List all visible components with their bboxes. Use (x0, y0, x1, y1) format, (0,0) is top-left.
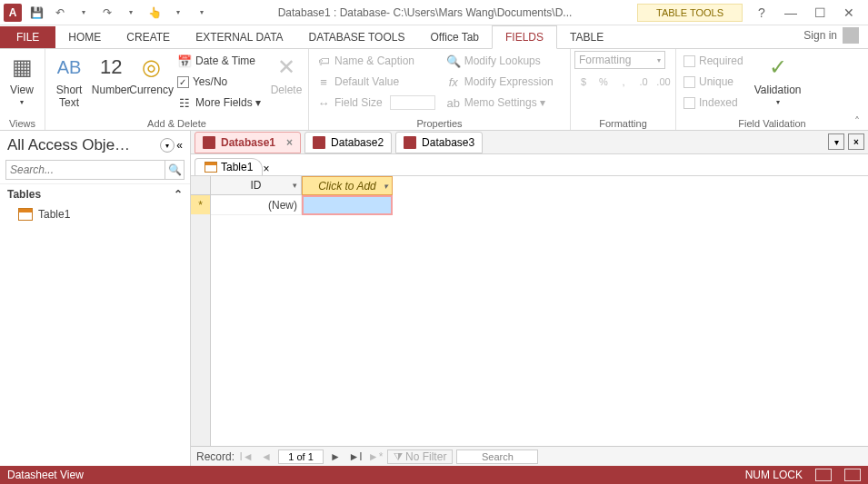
delete-label: Delete (271, 84, 303, 96)
validation-icon: ✓ (763, 53, 793, 82)
date-time-button[interactable]: 📅 Date & Time (174, 51, 264, 71)
last-record-button[interactable]: ►I (347, 449, 364, 464)
record-search-input[interactable] (456, 449, 538, 464)
minimize-button[interactable]: — (779, 4, 803, 22)
record-position-input[interactable] (278, 449, 324, 464)
nav-collapse-icon[interactable]: « (176, 139, 183, 152)
object-tab-database3[interactable]: Database3 (395, 132, 483, 153)
group-views: ▦ View ▾ Views (0, 49, 45, 130)
datasheet-view-icon[interactable] (815, 469, 832, 481)
more-fields-label: More Fields ▾ (195, 96, 261, 109)
field-size-icon: ↔ (316, 95, 331, 110)
design-view-icon[interactable] (844, 469, 861, 481)
group-field-validation-label: Field Validation (680, 117, 864, 130)
object-tab-label: Database1 (221, 136, 275, 149)
nav-item-label: Table1 (38, 208, 70, 221)
qat-customize-icon[interactable]: ▾ (191, 2, 213, 24)
restore-button[interactable]: ☐ (808, 4, 832, 22)
search-icon[interactable]: 🔍 (165, 160, 185, 180)
first-record-button[interactable]: I◄ (238, 449, 254, 464)
group-add-delete-label: Add & Delete (49, 117, 304, 130)
close-button[interactable]: ✕ (837, 4, 861, 22)
tab-create[interactable]: CREATE (114, 26, 183, 48)
modify-lookups-label: Modify Lookups (464, 54, 541, 67)
document-tab-table1[interactable]: Table1 (195, 158, 263, 175)
close-document-icon[interactable]: × (263, 163, 269, 175)
indexed-checkbox: Indexed (680, 93, 747, 113)
next-record-button[interactable]: ► (327, 449, 344, 464)
column-header-add[interactable]: Click to Add ▾ (302, 176, 393, 195)
tag-icon: 🏷 (316, 54, 331, 68)
touch-mode-icon[interactable]: 👆 (144, 2, 165, 24)
default-value-button: ≡Default Value (313, 72, 439, 92)
column-dropdown-icon[interactable]: ▾ (384, 182, 388, 191)
window-title: Database1 : Database- C:\Users\Mars Wang… (213, 6, 637, 19)
filter-icon: ⧩ (394, 450, 403, 463)
tab-office-tab[interactable]: Office Tab (417, 26, 492, 48)
nav-dropdown-icon[interactable]: ▾ (160, 138, 175, 153)
object-tab-label: Database2 (331, 136, 384, 149)
redo-dropdown-icon[interactable]: ▾ (120, 2, 142, 24)
new-record-button[interactable]: ►* (367, 449, 384, 464)
save-icon[interactable]: 💾 (25, 2, 47, 24)
tab-home[interactable]: HOME (55, 26, 114, 48)
table-icon (205, 162, 217, 173)
prev-record-button[interactable]: ◄ (258, 449, 274, 464)
group-field-validation: Required Unique Indexed ✓ Validation ▾ F… (676, 49, 868, 130)
nav-section-tables[interactable]: Tables ⌃ (0, 183, 190, 204)
validation-button[interactable]: ✓ Validation ▾ (751, 51, 805, 108)
select-all-cell[interactable] (191, 176, 210, 195)
content-area: Database1 × Database2 Database3 ▾ × Tabl… (191, 131, 868, 466)
group-views-label: Views (4, 117, 41, 130)
format-combo-text: Formatting (579, 54, 631, 66)
more-fields-button[interactable]: ☷ More Fields ▾ (174, 93, 264, 113)
tab-table[interactable]: TABLE (557, 26, 616, 48)
tab-file[interactable]: FILE (0, 26, 55, 48)
name-caption-label: Name & Caption (334, 54, 414, 67)
date-time-label: Date & Time (195, 54, 255, 67)
chevron-down-icon: ▾ (657, 56, 661, 64)
nav-pane-title[interactable]: All Access Obje… (7, 136, 130, 154)
nav-item-table1[interactable]: Table1 (0, 204, 190, 224)
filter-indicator[interactable]: ⧩No Filter (387, 449, 453, 464)
nav-search-input[interactable] (5, 160, 165, 180)
undo-icon[interactable]: ↶ (49, 2, 71, 24)
column-header-id[interactable]: ID ▾ (211, 176, 302, 195)
checkbox-icon (683, 76, 695, 88)
help-icon[interactable]: ? (750, 4, 773, 22)
object-tab-database1[interactable]: Database1 × (195, 132, 301, 153)
new-record-selector[interactable]: * (191, 195, 210, 215)
yes-no-button[interactable]: ✓ Yes/No (174, 72, 264, 92)
undo-dropdown-icon[interactable]: ▾ (73, 2, 95, 24)
tab-menu-icon[interactable]: ▾ (828, 133, 844, 150)
field-size-label: Field Size (334, 96, 383, 109)
titlebar: A 💾 ↶ ▾ ↷ ▾ 👆 ▾ ▾ Database1 : Database- … (0, 0, 868, 25)
comma-format-button: , (614, 73, 633, 91)
grid-main: ID ▾ Click to Add ▾ (New) (211, 176, 868, 446)
database-icon (313, 136, 325, 149)
column-dropdown-icon[interactable]: ▾ (293, 181, 297, 190)
collapse-ribbon-icon[interactable]: ˄ (850, 115, 864, 128)
window-controls: ? — ☐ ✕ (743, 4, 868, 22)
close-tab-icon[interactable]: × (286, 136, 293, 149)
new-record-icon: * (198, 199, 203, 212)
short-text-button[interactable]: AB Short Text (49, 51, 89, 111)
tab-fields[interactable]: FIELDS (492, 25, 557, 49)
currency-button[interactable]: ◎ Currency (133, 51, 170, 98)
status-view-label: Datasheet View (7, 469, 84, 481)
nav-section-label: Tables (7, 188, 41, 201)
redo-icon[interactable]: ↷ (96, 2, 118, 24)
cell-id-new[interactable]: (New) (211, 195, 302, 215)
tab-close-icon[interactable]: × (848, 133, 864, 150)
view-button[interactable]: ▦ View ▾ (4, 51, 40, 108)
number-button[interactable]: 12 Number (93, 51, 129, 98)
currency-label: Currency (129, 84, 174, 96)
tab-database-tools[interactable]: DATABASE TOOLS (296, 26, 418, 48)
sign-in-link[interactable]: Sign in (794, 23, 868, 48)
tab-external-data[interactable]: EXTERNAL DATA (183, 26, 295, 48)
object-tab-database2[interactable]: Database2 (304, 132, 392, 153)
cell-active-new[interactable] (302, 195, 393, 215)
currency-format-button: $ (574, 73, 593, 91)
touch-dropdown-icon[interactable]: ▾ (167, 2, 189, 24)
number-label: Number (92, 84, 131, 96)
